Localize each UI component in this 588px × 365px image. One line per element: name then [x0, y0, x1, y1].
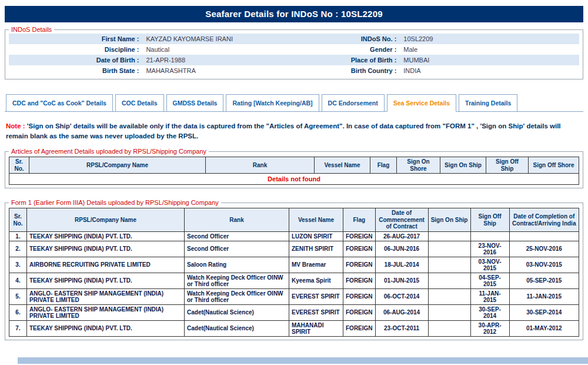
column-header: Vessel Name — [315, 157, 370, 174]
indos-field-label: Gender : — [348, 44, 400, 55]
tab-training-details[interactable]: Training Details — [459, 94, 517, 112]
completion-date-cell: 01-MAY-2012 — [509, 320, 579, 336]
column-header: RPSL/Company Name — [27, 208, 185, 232]
tab-sea-service-details[interactable]: Sea Service Details — [387, 94, 456, 112]
column-header: Sr. No. — [9, 208, 27, 232]
column-header: Vessel Name — [289, 208, 343, 232]
rank-cell: Second Officer — [185, 241, 289, 257]
indos-field-value: KAYZAD KAYOMARSE IRANI — [142, 34, 347, 44]
indos-field-label: Birth State : — [9, 65, 142, 76]
table-row: 2.TEEKAY SHIPPING (INDIA) PVT. LTD.Secon… — [9, 241, 579, 257]
indos-row: Birth State :MAHARASHTRABirth Country :I… — [9, 65, 579, 76]
indos-field-value: INDIA — [400, 65, 579, 76]
company-cell: TEEKAY SHIPPING (INDIA) PVT. LTD. — [27, 231, 185, 241]
rank-cell: Cadet(Nautical Science) — [185, 304, 289, 320]
sign-on-ship-cell — [428, 320, 470, 336]
indos-field-label: Birth Country : — [348, 65, 400, 76]
form1-legend: Form 1 (Earlier Form IIIA) Details uploa… — [9, 199, 221, 206]
sr-no-cell: 3. — [9, 257, 27, 273]
table-row: 7.TEEKAY SHIPPING (INDIA) PVT. LTD.Cadet… — [9, 320, 579, 336]
indos-field-value: Nautical — [142, 44, 347, 55]
articles-header-row: Sr. No.RPSL/Company NameRankVessel NameF… — [9, 157, 579, 174]
form1-table: Sr. No.RPSL/Company NameRankVessel NameF… — [9, 208, 579, 337]
completion-date-cell: 03-NOV-2015 — [509, 257, 579, 273]
tab-dc-endorsement[interactable]: DC Endorsement — [322, 94, 385, 112]
vessel-cell: EVEREST SPIRIT — [289, 288, 343, 304]
indos-details-legend: INDoS Details — [9, 26, 54, 33]
vessel-cell: ZENITH SPIRIT — [289, 241, 343, 257]
indos-field-value: 21-APR-1988 — [142, 55, 347, 65]
note-label: Note : — [6, 122, 25, 130]
indos-field-label: Discipline : — [9, 44, 142, 55]
indos-field-label: Date of Birth : — [9, 55, 142, 65]
indos-row: First Name :KAYZAD KAYOMARSE IRANIINDoS … — [9, 34, 579, 44]
commencement-date-cell: 06-AUG-2014 — [375, 304, 428, 320]
tab-rating-watch-keeping-ab[interactable]: Rating [Watch Keeping/AB] — [226, 94, 319, 112]
indos-field-value: Male — [400, 44, 579, 55]
completion-date-cell: 11-JAN-2015 — [509, 288, 579, 304]
tab-coc-details[interactable]: COC Details — [115, 94, 164, 112]
rank-cell: Second Officer — [185, 231, 289, 241]
sr-no-cell: 6. — [9, 304, 27, 320]
sign-on-ship-cell — [428, 241, 470, 257]
column-header: Sign On Ship — [440, 157, 486, 174]
rank-cell: Watch Keeping Deck Officer OINW or Third… — [185, 288, 289, 304]
indos-row: Discipline :NauticalGender :Male — [9, 44, 579, 55]
vessel-cell: EVEREST SPIRIT — [289, 304, 343, 320]
sign-off-ship-cell: 04-SEP-2015 — [470, 273, 509, 288]
sign-off-ship-cell: 30-APR-2012 — [470, 320, 509, 336]
sign-on-ship-cell — [428, 273, 470, 288]
completion-date-cell: 25-NOV-2016 — [509, 241, 579, 257]
flag-cell: FOREIGN — [343, 257, 376, 273]
tab-gmdss-details[interactable]: GMDSS Details — [166, 94, 224, 112]
vessel-cell: MAHANADI SPIRIT — [289, 320, 343, 336]
commencement-date-cell: 23-OCT-2011 — [375, 320, 428, 336]
tab-cdc-and-coc-as-cook-details[interactable]: CDC and "CoC as Cook" Details — [6, 94, 113, 112]
sr-no-cell: 4. — [9, 273, 27, 288]
sign-on-ship-cell — [428, 231, 470, 241]
flag-cell: FOREIGN — [343, 304, 376, 320]
sr-no-cell: 5. — [9, 288, 27, 304]
sign-off-ship-cell: 30-SEP-2014 — [470, 304, 509, 320]
column-header: Sign Off Ship — [470, 208, 509, 232]
flag-cell: FOREIGN — [343, 273, 376, 288]
footer-strip — [18, 357, 588, 364]
flag-cell: FOREIGN — [343, 320, 376, 336]
articles-legend: Articles of Agreement Details uploaded b… — [9, 148, 209, 155]
table-row: 4.TEEKAY SHIPPING (INDIA) PVT. LTD.Watch… — [9, 273, 579, 288]
column-header: Sign Off Ship — [486, 157, 529, 174]
commencement-date-cell: 18-JUL-2014 — [375, 257, 428, 273]
indos-field-value: MAHARASHTRA — [142, 65, 347, 76]
company-cell: ANGLO- EASTERN SHIP MANAGEMENT (INDIA) P… — [27, 304, 185, 320]
vessel-cell: Kyeema Spirit — [289, 273, 343, 288]
flag-cell: FOREIGN — [343, 288, 376, 304]
articles-of-agreement-section: Articles of Agreement Details uploaded b… — [5, 148, 583, 188]
sign-off-ship-cell: 03-NOV-2015 — [470, 257, 509, 273]
column-header: Date of Commencement of Contract — [375, 208, 428, 232]
column-header: Sign On Ship — [428, 208, 470, 232]
completion-date-cell: 05-SEP-2015 — [509, 273, 579, 288]
rank-cell: Cadet(Nautical Science) — [185, 320, 289, 336]
sign-off-ship-cell — [470, 231, 509, 241]
rank-cell: Watch Keeping Deck Officer OINW or Third… — [185, 273, 289, 288]
commencement-date-cell: 06-JUN-2016 — [375, 241, 428, 257]
table-row: 6.ANGLO- EASTERN SHIP MANAGEMENT (INDIA)… — [9, 304, 579, 320]
form1-section: Form 1 (Earlier Form IIIA) Details uploa… — [5, 199, 583, 340]
indos-field-label: First Name : — [9, 34, 142, 44]
commencement-date-cell: 06-OCT-2014 — [375, 288, 428, 304]
note: Note : 'Sign on Ship' details will be av… — [6, 121, 582, 141]
sign-off-ship-cell: 23-NOV-2016 — [470, 241, 509, 257]
indos-table-body: First Name :KAYZAD KAYOMARSE IRANIINDoS … — [9, 34, 579, 76]
company-cell: ANGLO- EASTERN SHIP MANAGEMENT (INDIA) P… — [27, 288, 185, 304]
completion-date-cell: 30-SEP-2014 — [509, 304, 579, 320]
table-row: 3.AIRBORNE RECRUITING PRIVATE LIMITEDSal… — [9, 257, 579, 273]
indos-row: Date of Birth :21-APR-1988Place of Birth… — [9, 55, 579, 65]
indos-details-table: First Name :KAYZAD KAYOMARSE IRANIINDoS … — [9, 34, 579, 76]
flag-cell: FOREIGN — [343, 231, 376, 241]
sr-no-cell: 7. — [9, 320, 27, 336]
sr-no-cell: 2. — [9, 241, 27, 257]
indos-details-section: INDoS Details First Name :KAYZAD KAYOMAR… — [5, 26, 583, 79]
sign-off-ship-cell: 11-JAN-2015 — [470, 288, 509, 304]
company-cell: TEEKAY SHIPPING (INDIA) PVT. LTD. — [27, 320, 185, 336]
sign-on-ship-cell — [428, 304, 470, 320]
